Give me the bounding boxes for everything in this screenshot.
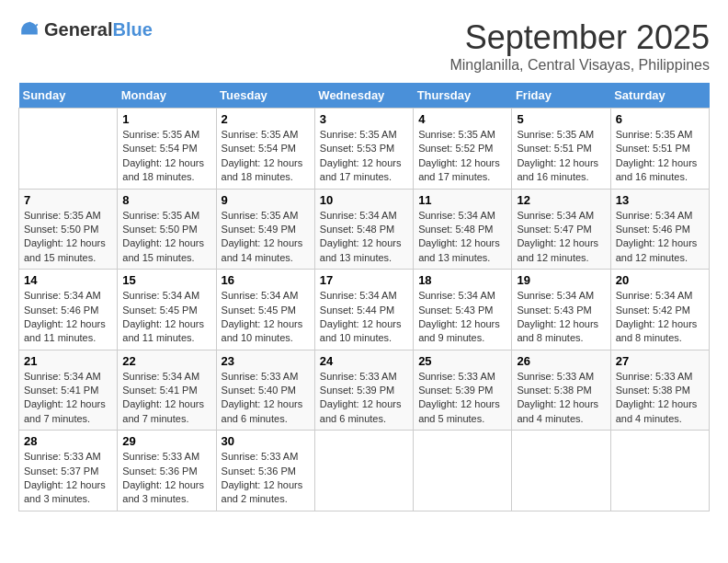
calendar-week-3: 14Sunrise: 5:34 AM Sunset: 5:46 PM Dayli… <box>19 270 710 350</box>
day-info: Sunrise: 5:35 AM Sunset: 5:53 PM Dayligh… <box>320 128 408 185</box>
day-number: 26 <box>517 354 605 368</box>
day-number: 30 <box>222 434 310 448</box>
day-info: Sunrise: 5:35 AM Sunset: 5:51 PM Dayligh… <box>517 128 605 185</box>
day-number: 12 <box>517 193 605 207</box>
col-header-saturday: Saturday <box>610 83 709 109</box>
day-number: 22 <box>122 354 210 368</box>
calendar-week-2: 7Sunrise: 5:35 AM Sunset: 5:50 PM Daylig… <box>19 189 710 270</box>
day-number: 28 <box>24 434 112 448</box>
calendar-cell: 16Sunrise: 5:34 AM Sunset: 5:45 PM Dayli… <box>216 270 314 350</box>
day-info: Sunrise: 5:35 AM Sunset: 5:50 PM Dayligh… <box>122 209 210 266</box>
day-info: Sunrise: 5:34 AM Sunset: 5:46 PM Dayligh… <box>616 209 704 266</box>
day-info: Sunrise: 5:35 AM Sunset: 5:52 PM Dayligh… <box>418 128 506 185</box>
calendar-cell: 28Sunrise: 5:33 AM Sunset: 5:37 PM Dayli… <box>19 431 118 511</box>
calendar-week-5: 28Sunrise: 5:33 AM Sunset: 5:37 PM Dayli… <box>19 431 710 511</box>
day-info: Sunrise: 5:34 AM Sunset: 5:43 PM Dayligh… <box>418 289 506 346</box>
day-info: Sunrise: 5:33 AM Sunset: 5:39 PM Dayligh… <box>418 370 506 427</box>
day-number: 19 <box>517 273 605 287</box>
calendar-cell <box>414 431 512 511</box>
day-number: 2 <box>222 112 310 126</box>
day-number: 21 <box>24 354 112 368</box>
calendar-cell: 30Sunrise: 5:33 AM Sunset: 5:36 PM Dayli… <box>216 431 314 511</box>
calendar-cell: 9Sunrise: 5:35 AM Sunset: 5:49 PM Daylig… <box>216 189 314 270</box>
day-number: 15 <box>122 273 210 287</box>
page-header: GeneralBlue September 2025 Minglanilla, … <box>18 18 710 74</box>
day-info: Sunrise: 5:34 AM Sunset: 5:42 PM Dayligh… <box>616 289 704 346</box>
calendar-cell: 20Sunrise: 5:34 AM Sunset: 5:42 PM Dayli… <box>610 270 709 350</box>
day-info: Sunrise: 5:34 AM Sunset: 5:47 PM Dayligh… <box>517 209 605 266</box>
day-info: Sunrise: 5:33 AM Sunset: 5:37 PM Dayligh… <box>24 450 112 507</box>
day-info: Sunrise: 5:35 AM Sunset: 5:50 PM Dayligh… <box>24 209 112 266</box>
day-number: 11 <box>418 193 506 207</box>
calendar-cell: 3Sunrise: 5:35 AM Sunset: 5:53 PM Daylig… <box>314 109 413 190</box>
day-info: Sunrise: 5:34 AM Sunset: 5:44 PM Dayligh… <box>320 289 408 346</box>
calendar-cell <box>512 431 610 511</box>
col-header-friday: Friday <box>512 83 610 109</box>
calendar-week-4: 21Sunrise: 5:34 AM Sunset: 5:41 PM Dayli… <box>19 350 710 431</box>
day-number: 29 <box>122 434 210 448</box>
day-info: Sunrise: 5:34 AM Sunset: 5:48 PM Dayligh… <box>320 209 408 266</box>
day-info: Sunrise: 5:34 AM Sunset: 5:45 PM Dayligh… <box>122 289 210 346</box>
logo-text: GeneralBlue <box>44 19 153 40</box>
calendar-cell: 27Sunrise: 5:33 AM Sunset: 5:38 PM Dayli… <box>610 350 709 431</box>
day-info: Sunrise: 5:35 AM Sunset: 5:49 PM Dayligh… <box>222 209 310 266</box>
day-number: 1 <box>122 112 210 126</box>
calendar-cell: 1Sunrise: 5:35 AM Sunset: 5:54 PM Daylig… <box>118 109 216 190</box>
calendar-table: SundayMondayTuesdayWednesdayThursdayFrid… <box>18 83 710 511</box>
day-info: Sunrise: 5:35 AM Sunset: 5:51 PM Dayligh… <box>616 128 704 185</box>
calendar-cell: 13Sunrise: 5:34 AM Sunset: 5:46 PM Dayli… <box>610 189 709 270</box>
day-number: 13 <box>616 193 704 207</box>
day-info: Sunrise: 5:34 AM Sunset: 5:45 PM Dayligh… <box>222 289 310 346</box>
day-number: 6 <box>616 112 704 126</box>
day-number: 16 <box>222 273 310 287</box>
day-info: Sunrise: 5:33 AM Sunset: 5:40 PM Dayligh… <box>222 370 310 427</box>
calendar-cell <box>314 431 413 511</box>
calendar-cell: 15Sunrise: 5:34 AM Sunset: 5:45 PM Dayli… <box>118 270 216 350</box>
calendar-cell <box>19 109 118 190</box>
calendar-cell: 5Sunrise: 5:35 AM Sunset: 5:51 PM Daylig… <box>512 109 610 190</box>
day-info: Sunrise: 5:33 AM Sunset: 5:38 PM Dayligh… <box>616 370 704 427</box>
day-info: Sunrise: 5:33 AM Sunset: 5:39 PM Dayligh… <box>320 370 408 427</box>
day-info: Sunrise: 5:33 AM Sunset: 5:36 PM Dayligh… <box>222 450 310 507</box>
day-number: 3 <box>320 112 408 126</box>
calendar-cell: 17Sunrise: 5:34 AM Sunset: 5:44 PM Dayli… <box>314 270 413 350</box>
logo-icon <box>18 18 40 40</box>
calendar-header-row: SundayMondayTuesdayWednesdayThursdayFrid… <box>19 83 710 109</box>
day-number: 27 <box>616 354 704 368</box>
day-number: 5 <box>517 112 605 126</box>
calendar-cell: 7Sunrise: 5:35 AM Sunset: 5:50 PM Daylig… <box>19 189 118 270</box>
col-header-monday: Monday <box>118 83 216 109</box>
day-info: Sunrise: 5:33 AM Sunset: 5:36 PM Dayligh… <box>122 450 210 507</box>
calendar-cell: 4Sunrise: 5:35 AM Sunset: 5:52 PM Daylig… <box>414 109 512 190</box>
day-number: 10 <box>320 193 408 207</box>
month-title: September 2025 <box>449 18 710 57</box>
calendar-cell: 24Sunrise: 5:33 AM Sunset: 5:39 PM Dayli… <box>314 350 413 431</box>
day-info: Sunrise: 5:35 AM Sunset: 5:54 PM Dayligh… <box>222 128 310 185</box>
day-number: 25 <box>418 354 506 368</box>
day-info: Sunrise: 5:34 AM Sunset: 5:41 PM Dayligh… <box>24 370 112 427</box>
day-number: 4 <box>418 112 506 126</box>
day-number: 18 <box>418 273 506 287</box>
day-number: 23 <box>222 354 310 368</box>
calendar-cell: 29Sunrise: 5:33 AM Sunset: 5:36 PM Dayli… <box>118 431 216 511</box>
calendar-week-1: 1Sunrise: 5:35 AM Sunset: 5:54 PM Daylig… <box>19 109 710 190</box>
calendar-cell: 21Sunrise: 5:34 AM Sunset: 5:41 PM Dayli… <box>19 350 118 431</box>
day-info: Sunrise: 5:34 AM Sunset: 5:43 PM Dayligh… <box>517 289 605 346</box>
calendar-cell: 19Sunrise: 5:34 AM Sunset: 5:43 PM Dayli… <box>512 270 610 350</box>
day-number: 9 <box>222 193 310 207</box>
logo: GeneralBlue <box>18 18 153 40</box>
calendar-cell: 22Sunrise: 5:34 AM Sunset: 5:41 PM Dayli… <box>118 350 216 431</box>
location-title: Minglanilla, Central Visayas, Philippine… <box>449 57 710 74</box>
day-number: 17 <box>320 273 408 287</box>
calendar-cell: 23Sunrise: 5:33 AM Sunset: 5:40 PM Dayli… <box>216 350 314 431</box>
day-number: 20 <box>616 273 704 287</box>
col-header-wednesday: Wednesday <box>314 83 413 109</box>
calendar-cell: 18Sunrise: 5:34 AM Sunset: 5:43 PM Dayli… <box>414 270 512 350</box>
title-block: September 2025 Minglanilla, Central Visa… <box>449 18 710 74</box>
day-number: 24 <box>320 354 408 368</box>
calendar-cell: 2Sunrise: 5:35 AM Sunset: 5:54 PM Daylig… <box>216 109 314 190</box>
day-info: Sunrise: 5:34 AM Sunset: 5:41 PM Dayligh… <box>122 370 210 427</box>
day-number: 8 <box>122 193 210 207</box>
day-number: 7 <box>24 193 112 207</box>
calendar-cell: 11Sunrise: 5:34 AM Sunset: 5:48 PM Dayli… <box>414 189 512 270</box>
